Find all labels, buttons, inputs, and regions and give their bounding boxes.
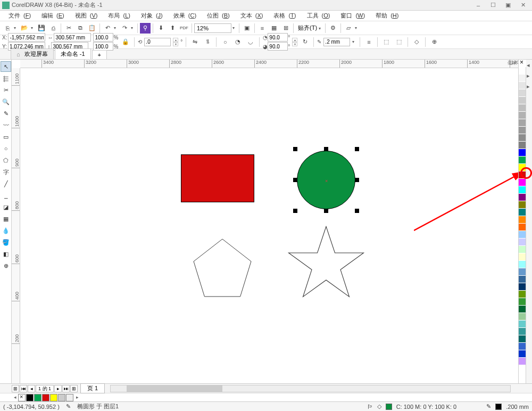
page-prev-icon[interactable]: ◂ [28, 385, 35, 392]
mirror-h-icon[interactable]: ⇋ [189, 37, 200, 47]
arc-icon[interactable]: ◡ [245, 37, 256, 47]
direction-icon[interactable]: ↻ [300, 37, 310, 47]
palette-swatch[interactable] [519, 306, 526, 313]
colorstrip-item[interactable] [42, 394, 49, 401]
page-add-icon[interactable]: ⊞ [12, 385, 19, 392]
palette-swatch[interactable] [519, 239, 526, 246]
palette-swatch[interactable] [519, 261, 526, 268]
dock-properties-icon[interactable]: ▸ [527, 72, 532, 78]
print-icon[interactable]: ⎙ [48, 23, 59, 34]
page-first-icon[interactable]: ⏮ [20, 385, 27, 392]
menu-window[interactable]: 窗口(W) [334, 11, 368, 21]
palette-swatch[interactable] [519, 82, 526, 89]
fullscreen-icon[interactable]: ▣ [242, 23, 252, 34]
colorstrip-prev-icon[interactable]: ◂ [12, 394, 18, 401]
close-button[interactable]: ✕ [516, 1, 530, 10]
tool-eyedropper[interactable]: 💧 [1, 225, 11, 236]
rotation-input[interactable] [144, 38, 171, 46]
palette-swatch[interactable] [519, 320, 526, 328]
to-front-icon[interactable]: ⬚ [381, 37, 392, 47]
palette-swatch[interactable] [519, 350, 526, 358]
wrap-text-icon[interactable]: ≡ [363, 37, 374, 47]
palette-swatch[interactable] [519, 298, 526, 306]
palette-swatch[interactable] [519, 283, 526, 291]
ruler-vertical[interactable]: 1100 1000 900 800 600 400 200 [12, 68, 20, 383]
tool-freehand[interactable]: ✎ [1, 108, 11, 119]
tool-artistic[interactable]: 〰 [1, 120, 11, 130]
quick-custom-icon[interactable]: ⊕ [429, 37, 439, 47]
menu-text[interactable]: 文本(X) [234, 11, 267, 21]
colorstrip-item[interactable] [58, 394, 65, 401]
tool-parallel-dim[interactable]: ╱ [1, 178, 11, 189]
palette-swatch[interactable] [519, 276, 526, 283]
menu-bitmap[interactable]: 位图(B) [201, 11, 233, 21]
colorstrip-none[interactable]: × [18, 394, 26, 401]
palette-swatch[interactable] [519, 179, 526, 186]
sel-handle-e[interactable] [355, 178, 359, 182]
menu-file[interactable]: 文件(F) [2, 11, 34, 21]
menu-effects[interactable]: 效果(C) [167, 11, 200, 21]
snap-dropdown[interactable]: 贴齐(T) ▾ [296, 24, 323, 32]
palette-swatch[interactable] [519, 134, 526, 142]
grid-icon[interactable]: ▦ [269, 23, 279, 34]
palette-swatch[interactable] [519, 67, 526, 75]
status-fill-swatch[interactable] [386, 404, 392, 410]
status-fill-icon[interactable]: ◇ [377, 403, 381, 410]
tool-add[interactable]: ⊕ [1, 260, 11, 271]
sel-handle-s[interactable] [324, 209, 328, 213]
x-position-input[interactable] [8, 33, 45, 42]
shape-pentagon[interactable] [190, 233, 254, 302]
scale-x-input[interactable] [93, 33, 113, 42]
start-angle-input[interactable] [268, 33, 288, 42]
palette-swatch[interactable] [519, 216, 526, 224]
menu-tools[interactable]: 工具(O) [301, 11, 334, 21]
menu-layout[interactable]: 布局(L) [102, 11, 133, 21]
palette-swatch[interactable] [519, 97, 526, 104]
tool-polygon[interactable]: ⬠ [1, 155, 11, 166]
new-icon[interactable]: ⎘ [2, 23, 13, 34]
rotate-spinner[interactable]: ▴▾ [173, 38, 178, 46]
ellipse-icon[interactable]: ○ [220, 37, 230, 47]
options-icon[interactable]: ⚙ [328, 23, 338, 34]
page-add-after-icon[interactable]: ⊞ [70, 385, 78, 392]
import-icon[interactable]: ⬇ [155, 23, 166, 34]
palette-swatch[interactable] [519, 268, 526, 276]
zoom-level-input[interactable] [194, 23, 231, 33]
outline-dropdown[interactable]: ▾ [352, 39, 356, 44]
tool-crop[interactable]: ✂ [1, 85, 11, 95]
sel-handle-w[interactable] [293, 178, 297, 182]
palette-swatch[interactable] [519, 149, 526, 157]
menu-object[interactable]: 对象(J) [135, 11, 166, 21]
shape-rectangle-red[interactable] [181, 154, 254, 202]
tab-welcome[interactable]: ⌂ 欢迎屏幕 [11, 48, 54, 59]
outline-width-input[interactable] [323, 38, 350, 46]
tool-smartfill[interactable]: ◧ [1, 249, 11, 259]
menu-edit[interactable]: 编辑(E) [35, 11, 68, 21]
scrollbar-thumb[interactable] [127, 385, 222, 392]
palette-swatch[interactable] [519, 291, 526, 298]
zoom-dropdown[interactable]: ▾ [232, 26, 237, 30]
scale-y-input[interactable] [93, 42, 113, 51]
drawing-canvas[interactable]: × [20, 68, 518, 383]
save-icon[interactable]: 💾 [36, 23, 47, 34]
open-icon[interactable]: 📂 [19, 23, 30, 34]
undo-icon[interactable]: ↶ [102, 23, 113, 34]
new-tab-button[interactable]: + [92, 50, 107, 59]
palette-swatch[interactable] [519, 246, 526, 253]
palette-swatch[interactable] [519, 142, 526, 149]
palette-swatch[interactable] [519, 104, 526, 112]
palette-swatch[interactable] [519, 253, 526, 261]
guide-icon[interactable]: ⊞ [280, 23, 291, 34]
colorstrip-item[interactable] [26, 394, 34, 401]
palette-swatch[interactable] [519, 358, 526, 365]
cut-icon[interactable]: ✂ [63, 23, 74, 34]
palette-swatch[interactable] [519, 224, 526, 231]
horizontal-scrollbar[interactable] [110, 385, 511, 392]
shape-star[interactable] [286, 223, 366, 302]
tool-shape[interactable]: ⬱ [1, 73, 11, 84]
palette-swatch[interactable] [519, 335, 526, 343]
status-dropper-icon[interactable]: ✎ [66, 403, 71, 410]
palette-swatch[interactable] [519, 127, 526, 134]
page-last-icon[interactable]: ⏭ [62, 385, 70, 392]
maximize-button[interactable]: ☐ [486, 1, 500, 10]
